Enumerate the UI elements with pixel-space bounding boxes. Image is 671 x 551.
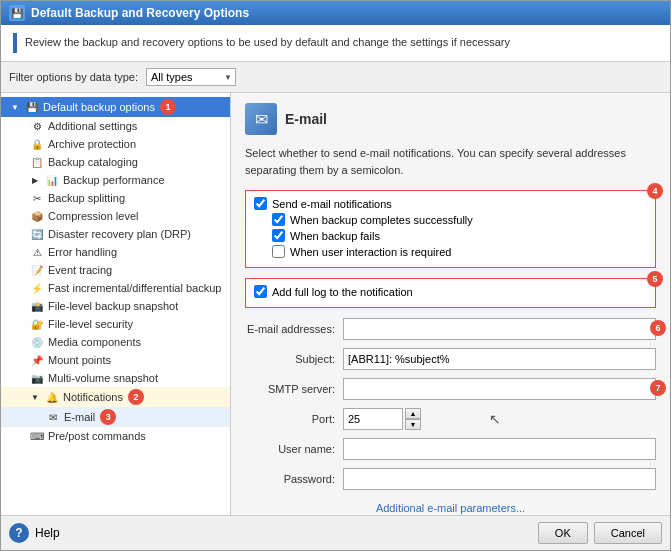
tree-panel: ▼ 💾 Default backup options 1 ⚙ Additiona…	[1, 93, 231, 515]
password-input[interactable]	[343, 468, 656, 490]
email-addresses-label: E-mail addresses:	[245, 323, 335, 335]
backup-fail-row: When backup fails	[254, 229, 647, 242]
filter-select[interactable]: All types	[146, 68, 236, 86]
subject-row: Subject:	[245, 348, 656, 370]
email-panel-title: E-mail	[285, 111, 327, 127]
tree-label: Backup performance	[63, 174, 165, 186]
spin-buttons: ▲ ▼	[405, 408, 421, 430]
lock-icon: 🔒	[29, 137, 45, 151]
tree-label: Archive protection	[48, 138, 136, 150]
tree-item-file-level-security[interactable]: 🔐 File-level security	[1, 315, 230, 333]
add-log-section: 5 Add full log to the notification	[245, 278, 656, 308]
tree-label: Backup cataloging	[48, 156, 138, 168]
tree-item-default-backup[interactable]: ▼ 💾 Default backup options 1	[1, 97, 230, 117]
tree-label: File-level security	[48, 318, 133, 330]
port-row: Port: ▲ ▼ ↖	[245, 408, 656, 430]
smtp-input[interactable]	[343, 378, 656, 400]
tree-label: Media components	[48, 336, 141, 348]
send-notifications-checkbox[interactable]	[254, 197, 267, 210]
event-icon: 📝	[29, 263, 45, 277]
split-icon: ✂	[29, 191, 45, 205]
tree-label: Default backup options	[43, 101, 155, 113]
tree-label: Backup splitting	[48, 192, 125, 204]
filter-label: Filter options by data type:	[9, 71, 138, 83]
tree-item-fast-incremental[interactable]: ⚡ Fast incremental/differential backup	[1, 279, 230, 297]
backup-fail-label: When backup fails	[290, 230, 380, 242]
expand-icon: ▼	[9, 101, 21, 113]
security-icon: 🔐	[29, 317, 45, 331]
tree-item-error-handling[interactable]: ⚠ Error handling	[1, 243, 230, 261]
add-log-row: Add full log to the notification	[254, 285, 647, 298]
main-content: ▼ 💾 Default backup options 1 ⚙ Additiona…	[1, 93, 670, 515]
fast-icon: ⚡	[29, 281, 45, 295]
help-section: ? Help	[9, 523, 60, 543]
tree-item-backup-splitting[interactable]: ✂ Backup splitting	[1, 189, 230, 207]
tree-item-additional-settings[interactable]: ⚙ Additional settings	[1, 117, 230, 135]
action-buttons: OK Cancel	[538, 522, 662, 544]
spin-up-button[interactable]: ▲	[405, 408, 421, 419]
subject-label: Subject:	[245, 353, 335, 365]
tree-label: File-level backup snapshot	[48, 300, 178, 312]
backup-success-label: When backup completes successfully	[290, 214, 473, 226]
badge-5: 5	[647, 271, 663, 287]
tree-item-multi-volume[interactable]: 📷 Multi-volume snapshot	[1, 369, 230, 387]
tree-label: Notifications	[63, 391, 123, 403]
tree-item-file-level-snapshot[interactable]: 📸 File-level backup snapshot	[1, 297, 230, 315]
additional-params-row: Additional e-mail parameters...	[245, 498, 656, 515]
send-notifications-row: Send e-mail notifications	[254, 197, 647, 210]
backup-success-checkbox[interactable]	[272, 213, 285, 226]
command-icon: ⌨	[29, 429, 45, 443]
bottom-bar: ? Help OK Cancel	[1, 515, 670, 550]
snapshot-icon: 📸	[29, 299, 45, 313]
add-log-checkbox[interactable]	[254, 285, 267, 298]
disaster-icon: 🔄	[29, 227, 45, 241]
user-interaction-row: When user interaction is required	[254, 245, 647, 258]
user-interaction-checkbox[interactable]	[272, 245, 285, 258]
tree-label: Additional settings	[48, 120, 137, 132]
tree-item-mount-points[interactable]: 📌 Mount points	[1, 351, 230, 369]
tree-label: Mount points	[48, 354, 111, 366]
badge-4: 4	[647, 183, 663, 199]
backup-fail-checkbox[interactable]	[272, 229, 285, 242]
email-addresses-row: E-mail addresses: 6	[245, 318, 656, 340]
expand-icon: ▶	[29, 174, 41, 186]
title-bar: 💾 Default Backup and Recovery Options	[1, 1, 670, 25]
backup-icon: 💾	[24, 100, 40, 114]
spin-down-button[interactable]: ▼	[405, 419, 421, 430]
badge-6: 6	[650, 320, 666, 336]
tree-item-media-components[interactable]: 💿 Media components	[1, 333, 230, 351]
main-window: 💾 Default Backup and Recovery Options Re…	[0, 0, 671, 551]
tree-item-backup-performance[interactable]: ▶ 📊 Backup performance	[1, 171, 230, 189]
tree-label: Error handling	[48, 246, 117, 258]
additional-params-link[interactable]: Additional e-mail parameters...	[376, 502, 525, 514]
help-icon[interactable]: ?	[9, 523, 29, 543]
tree-label: Compression level	[48, 210, 138, 222]
port-spinner: ▲ ▼	[343, 408, 421, 430]
tree-item-compression-level[interactable]: 📦 Compression level	[1, 207, 230, 225]
username-row: User name:	[245, 438, 656, 460]
tree-item-event-tracing[interactable]: 📝 Event tracing	[1, 261, 230, 279]
send-notifications-label: Send e-mail notifications	[272, 198, 392, 210]
ok-button[interactable]: OK	[538, 522, 588, 544]
tree-item-email[interactable]: ✉ E-mail 3	[1, 407, 230, 427]
help-label[interactable]: Help	[35, 526, 60, 540]
cursor-indicator: ↖	[489, 411, 501, 427]
tree-item-notifications[interactable]: ▼ 🔔 Notifications 2	[1, 387, 230, 407]
email-header: ✉ E-mail	[245, 103, 656, 135]
tree-item-archive-protection[interactable]: 🔒 Archive protection	[1, 135, 230, 153]
port-input[interactable]	[343, 408, 403, 430]
subject-input[interactable]	[343, 348, 656, 370]
cancel-button[interactable]: Cancel	[594, 522, 662, 544]
mount-icon: 📌	[29, 353, 45, 367]
username-input[interactable]	[343, 438, 656, 460]
accent-bar	[13, 33, 17, 53]
tree-item-disaster-recovery[interactable]: 🔄 Disaster recovery plan (DRP)	[1, 225, 230, 243]
password-label: Password:	[245, 473, 335, 485]
email-addresses-input[interactable]	[343, 318, 656, 340]
tree-item-backup-cataloging[interactable]: 📋 Backup cataloging	[1, 153, 230, 171]
tree-item-pre-post[interactable]: ⌨ Pre/post commands	[1, 427, 230, 445]
smtp-label: SMTP server:	[245, 383, 335, 395]
user-interaction-label: When user interaction is required	[290, 246, 451, 258]
filter-select-wrapper[interactable]: All types ▼	[146, 68, 236, 86]
backup-success-row: When backup completes successfully	[254, 213, 647, 226]
